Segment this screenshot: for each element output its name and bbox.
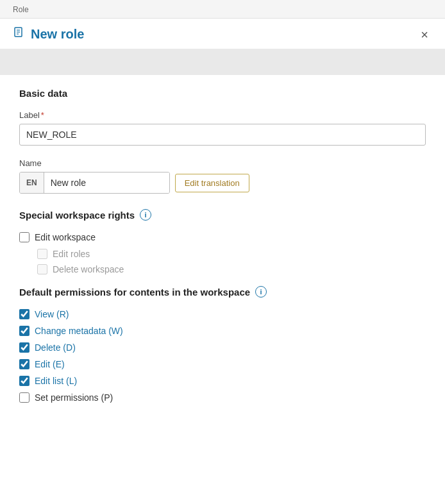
edit-roles-label: Edit roles xyxy=(53,249,90,259)
edit-list-checkbox-item: Edit list (L) xyxy=(19,376,426,386)
change-metadata-label[interactable]: Change metadata (W) xyxy=(35,326,123,336)
language-badge: EN xyxy=(20,172,44,193)
view-label[interactable]: View (R) xyxy=(35,309,69,319)
delete-workspace-checkbox-item: Delete workspace xyxy=(37,264,426,274)
name-field-group: Name EN Edit translation xyxy=(19,158,426,194)
view-checkbox[interactable] xyxy=(19,309,29,319)
edit-workspace-checkbox-item: Edit workspace xyxy=(19,232,426,242)
default-permissions-info-icon[interactable]: i xyxy=(255,286,267,298)
edit-workspace-label[interactable]: Edit workspace xyxy=(35,232,96,242)
edit-translation-button[interactable]: Edit translation xyxy=(175,174,249,192)
workspace-rights-header: Special workspace rights i xyxy=(19,209,426,221)
delete-label[interactable]: Delete (D) xyxy=(35,342,76,353)
edit-checkbox-item: Edit (E) xyxy=(19,359,426,369)
edit-list-checkbox[interactable] xyxy=(19,376,29,386)
delete-workspace-label: Delete workspace xyxy=(53,264,124,274)
label-input[interactable] xyxy=(19,124,426,146)
edit-label[interactable]: Edit (E) xyxy=(35,359,65,369)
header-left: New role xyxy=(13,26,84,42)
nested-rights-checkboxes: Edit roles Delete workspace xyxy=(37,249,426,274)
delete-checkbox-item: Delete (D) xyxy=(19,342,426,353)
workspace-rights-title: Special workspace rights xyxy=(19,210,135,221)
workspace-rights-section: Special workspace rights i Edit workspac… xyxy=(19,209,426,274)
breadcrumb: Role xyxy=(13,5,29,14)
set-permissions-label[interactable]: Set permissions (P) xyxy=(35,392,113,403)
document-icon xyxy=(13,26,26,42)
delete-workspace-checkbox[interactable] xyxy=(37,264,47,274)
set-permissions-checkbox-item: Set permissions (P) xyxy=(19,392,426,403)
basic-data-section: Basic data Label * Name EN Edit translat… xyxy=(19,88,426,194)
edit-checkbox[interactable] xyxy=(19,359,29,369)
required-indicator: * xyxy=(41,110,44,120)
top-bar: Role xyxy=(0,0,445,19)
edit-roles-checkbox[interactable] xyxy=(37,249,47,259)
name-input-row: EN xyxy=(19,172,170,194)
name-field-wrapper: EN Edit translation xyxy=(19,172,426,194)
name-field-label: Name xyxy=(19,158,426,168)
main-content: Basic data Label * Name EN Edit translat… xyxy=(0,75,445,422)
set-permissions-checkbox[interactable] xyxy=(19,392,29,403)
header: New role × xyxy=(0,19,445,49)
label-field-group: Label * xyxy=(19,110,426,146)
gray-divider-bar xyxy=(0,49,445,75)
name-input[interactable] xyxy=(44,172,169,193)
delete-checkbox[interactable] xyxy=(19,342,29,353)
edit-workspace-checkbox[interactable] xyxy=(19,232,29,242)
default-permissions-header: Default permissions for contents in the … xyxy=(19,286,426,298)
page-title: New role xyxy=(31,27,84,42)
basic-data-title: Basic data xyxy=(19,88,426,99)
label-field-label: Label * xyxy=(19,110,426,120)
change-metadata-checkbox[interactable] xyxy=(19,326,29,336)
default-permissions-section: Default permissions for contents in the … xyxy=(19,286,426,403)
change-metadata-checkbox-item: Change metadata (W) xyxy=(19,326,426,336)
edit-roles-checkbox-item: Edit roles xyxy=(37,249,426,259)
workspace-rights-info-icon[interactable]: i xyxy=(140,209,151,221)
default-permissions-title: Default permissions for contents in the … xyxy=(19,287,250,298)
close-button[interactable]: × xyxy=(417,27,432,42)
view-checkbox-item: View (R) xyxy=(19,309,426,319)
edit-list-label[interactable]: Edit list (L) xyxy=(35,376,77,386)
